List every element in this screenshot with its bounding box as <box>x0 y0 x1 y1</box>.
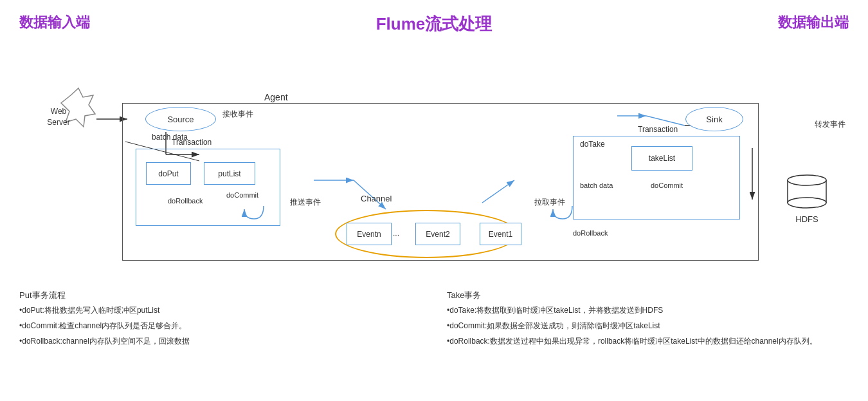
eventn-box: Eventn <box>347 223 392 245</box>
source-oval: Source <box>145 107 216 131</box>
put-item-1: •doPut:将批数据先写入临时缓冲区putList <box>19 304 421 316</box>
dorollback-take-label: doRollback <box>573 229 608 237</box>
svg-point-16 <box>788 175 826 185</box>
receive-event-label: 接收事件 <box>222 109 253 120</box>
take-item-3: •doRollback:数据发送过程中如果出现异常，rollback将临时缓冲区… <box>447 335 849 347</box>
bottom-left: Put事务流程 •doPut:将批数据先写入临时缓冲区putList •doCo… <box>19 290 421 351</box>
dotake-inner-label: doTake <box>580 140 605 149</box>
takelist-box: takeList <box>631 146 692 171</box>
put-item-3: •doRollback:channel内存队列空间不足，回滚数据 <box>19 335 421 347</box>
docommit-put-label: doCommit <box>226 191 258 199</box>
event2-box: Event2 <box>415 223 460 245</box>
take-item-2: •doCommit:如果数据全部发送成功，则清除临时缓冲区takeList <box>447 320 849 331</box>
batch-data-take-label: batch data <box>580 182 613 189</box>
header-row: 数据输入端 Flume流式处理 数据输出端 <box>19 13 849 35</box>
source-label: Source <box>167 115 194 124</box>
transaction-put-box: Transaction doPut putList doCommit <box>136 149 280 226</box>
push-event-label: 推送事件 <box>290 197 321 208</box>
forward-event-label: 转发事件 <box>815 119 845 130</box>
diagram-area: Web Server Agent Source 接收事件 batch data … <box>19 42 849 280</box>
doput-box: doPut <box>146 162 191 185</box>
left-title: 数据输入端 <box>19 13 90 32</box>
pull-event-label: 拉取事件 <box>534 197 565 208</box>
docommit-take-label: doCommit <box>651 182 683 189</box>
sink-oval: Sink <box>685 107 743 131</box>
transaction-put-label: Transaction <box>172 138 212 147</box>
transaction-take-box: Transaction doTake takeList batch data d… <box>573 136 740 219</box>
putlist-box: putList <box>204 162 255 185</box>
svg-point-17 <box>788 198 826 208</box>
center-title: Flume流式处理 <box>376 13 493 35</box>
dots-label: ··· <box>393 230 399 239</box>
dorollback-put-label: doRollback <box>168 197 203 205</box>
agent-label: Agent <box>264 92 288 102</box>
put-flow-title: Put事务流程 <box>19 290 421 301</box>
bottom-section: Put事务流程 •doPut:将批数据先写入临时缓冲区putList •doCo… <box>19 290 849 351</box>
hdfs-label: HDFS <box>781 214 833 224</box>
channel-label: Channel <box>361 194 392 203</box>
agent-box: Agent Source 接收事件 batch data Transaction… <box>122 103 759 261</box>
take-flow-title: Take事务 <box>447 290 849 301</box>
take-item-1: •doTake:将数据取到临时缓冲区takeList，并将数据发送到HDFS <box>447 304 849 316</box>
event1-box: Event1 <box>480 223 521 245</box>
bottom-right: Take事务 •doTake:将数据取到临时缓冲区takeList，并将数据发送… <box>447 290 849 351</box>
hdfs-container: HDFS <box>781 171 833 224</box>
web-server-label: Web Server <box>32 106 85 128</box>
transaction-take-label: Transaction <box>638 125 678 134</box>
hdfs-icon <box>784 171 829 209</box>
put-item-2: •doCommit:检查channel内存队列是否足够合并。 <box>19 320 421 331</box>
right-title: 数据输出端 <box>778 13 849 32</box>
